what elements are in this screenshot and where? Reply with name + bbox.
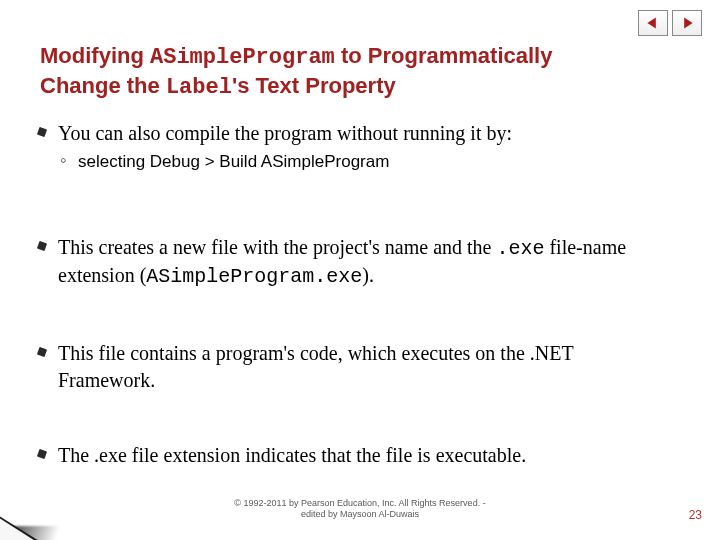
- title-text-post: 's Text Property: [232, 73, 396, 98]
- footer-line-2: edited by Maysoon Al-Duwais: [0, 509, 720, 520]
- sub-bullet-1-text: selecting Debug > Build ASimpleProgram: [78, 152, 389, 171]
- slide-title: Modifying ASimpleProgram to Programmatic…: [40, 42, 630, 101]
- bullet-2-text-c: ).: [362, 264, 374, 286]
- slide-body: You can also compile the program without…: [38, 120, 672, 469]
- title-text-pre: Modifying: [40, 43, 150, 68]
- bullet-3-text: This file contains a program's code, whi…: [58, 342, 573, 391]
- footer: © 1992-2011 by Pearson Education, Inc. A…: [0, 498, 720, 521]
- bullet-2-code-1: .exe: [496, 237, 544, 260]
- slide: Modifying ASimpleProgram to Programmatic…: [0, 0, 720, 540]
- title-code-2: Label: [166, 75, 232, 100]
- bullet-3: This file contains a program's code, whi…: [38, 340, 672, 394]
- title-code-1: ASimpleProgram: [150, 45, 335, 70]
- triangle-left-icon: [646, 16, 660, 30]
- bullet-1-text: You can also compile the program without…: [58, 122, 512, 144]
- bullet-2-code-2: ASimpleProgram.exe: [146, 265, 362, 288]
- triangle-right-icon: [680, 16, 694, 30]
- bullet-2-text-a: This creates a new file with the project…: [58, 236, 496, 258]
- next-button[interactable]: [672, 10, 702, 36]
- bullet-list: You can also compile the program without…: [38, 120, 672, 469]
- bullet-1: You can also compile the program without…: [38, 120, 672, 174]
- nav-buttons: [638, 10, 702, 36]
- footer-line-1: © 1992-2011 by Pearson Education, Inc. A…: [0, 498, 720, 509]
- prev-button[interactable]: [638, 10, 668, 36]
- svg-marker-0: [647, 17, 655, 28]
- bullet-4-text: The .exe file extension indicates that t…: [58, 444, 526, 466]
- bullet-2: This creates a new file with the project…: [38, 234, 672, 290]
- svg-marker-1: [684, 17, 692, 28]
- bullet-4: The .exe file extension indicates that t…: [38, 442, 672, 469]
- sub-bullet-1: selecting Debug > Build ASimpleProgram: [60, 151, 672, 174]
- page-number: 23: [689, 508, 702, 522]
- sub-list: selecting Debug > Build ASimpleProgram: [60, 151, 672, 174]
